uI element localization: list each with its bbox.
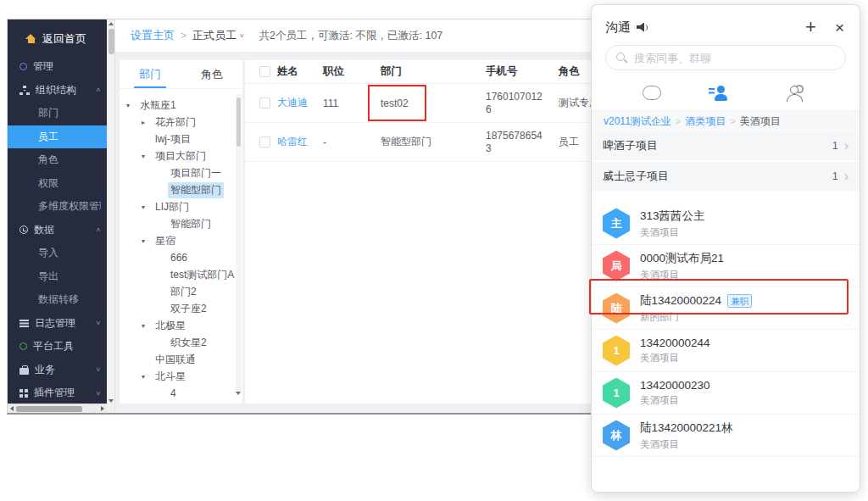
sidebar-item[interactable]: 业务 ∨ (8, 359, 107, 382)
tree-expand-icon[interactable]: ▾ (142, 373, 153, 381)
tree-node-label[interactable]: 部门2 (168, 284, 199, 300)
tree-node[interactable]: ▾ 北斗星 (120, 368, 242, 385)
tree-node[interactable]: 666 (120, 249, 242, 266)
tree-node-label[interactable]: 北极星 (153, 318, 188, 334)
tree-node-label[interactable]: 星宿 (153, 233, 178, 249)
tree-node[interactable]: 双子座2 (120, 300, 242, 317)
sidebar-horizontal-scrollbar[interactable] (8, 404, 107, 413)
contact-row[interactable]: 1 13420000244 美酒项目 (592, 330, 860, 372)
tree-node-label[interactable]: 北斗星 (153, 369, 188, 385)
contact-row[interactable]: 主 313茜茜公主 美酒项目 (592, 203, 860, 245)
contact-row[interactable]: 局 0000测试布局21 美酒项目 (592, 245, 860, 287)
tree-node[interactable]: ▾ 水瓶座1 (120, 97, 242, 114)
panel-breadcrumb-label[interactable]: v2011测试企业 (604, 114, 671, 129)
row-checkbox[interactable] (259, 136, 270, 148)
tree-node-label[interactable]: LIJ部门 (153, 199, 192, 215)
tree-node[interactable]: ▾ 项目大部门 (120, 148, 242, 164)
contact-row[interactable]: 陆 陆13420000224 兼职 新的部门 (592, 287, 860, 330)
sidebar-item[interactable]: 导入 (8, 242, 107, 265)
scrollbar-thumb[interactable] (236, 97, 241, 147)
tab-chats[interactable] (643, 86, 665, 103)
tree-node[interactable]: ▾ LIJ部门 (120, 198, 242, 215)
panel-breadcrumb-item[interactable]: 美酒项目 > (740, 114, 781, 129)
tree-node[interactable]: test测试部门A (120, 266, 242, 283)
tab-groups[interactable] (787, 86, 809, 103)
sidebar-item[interactable]: 返回首页 (8, 23, 107, 55)
tree-node-label[interactable]: lwj-项目 (153, 131, 193, 148)
scrollbar-thumb[interactable] (16, 406, 82, 412)
tree-expand-icon[interactable]: ▾ (142, 237, 153, 245)
scroll-up-arrow-icon[interactable] (108, 22, 114, 25)
search-input[interactable] (634, 52, 835, 64)
add-button[interactable]: + (805, 18, 816, 36)
tree-node-label[interactable]: 智能部门 (168, 216, 214, 232)
tree-expand-icon[interactable]: ▾ (126, 102, 137, 109)
sidebar-item[interactable]: 插件管理 ∨ (8, 381, 107, 404)
contact-row[interactable]: 林 陆13420000221林 美酒项目 (592, 415, 860, 457)
row-checkbox[interactable] (259, 97, 270, 109)
panel-breadcrumb-item[interactable]: 酒类项目 > (685, 114, 739, 129)
search-box[interactable] (605, 45, 846, 70)
sidebar-item[interactable]: 导出 (8, 265, 107, 289)
sidebar-item[interactable]: 管理 (8, 55, 107, 79)
sidebar-item[interactable]: 角色 (8, 148, 107, 172)
tree-node-label[interactable]: 双子座2 (168, 301, 209, 317)
panel-breadcrumb-label[interactable]: 酒类项目 (685, 114, 726, 129)
project-group-row[interactable]: 威士忌子项目 1 › (592, 162, 860, 191)
tab-role[interactable]: 角色 (181, 60, 243, 88)
sidebar-item[interactable]: 权限 (8, 172, 107, 196)
contact-row[interactable]: 1 13420000230 美酒项目 (592, 372, 860, 415)
tree-scrollbar[interactable] (236, 94, 242, 392)
tab-contacts-active[interactable] (715, 86, 737, 103)
tree-node[interactable]: 智能型部门 (120, 181, 242, 198)
project-group-row[interactable]: 啤酒子项目 1 › (592, 131, 860, 160)
tree-node-label[interactable]: test测试部门A (168, 267, 236, 283)
sidebar-vertical-scrollbar[interactable] (107, 19, 115, 413)
tree-node[interactable]: ▾ 星宿 (120, 232, 242, 249)
sidebar-item[interactable]: 数据 ∧ (8, 219, 107, 242)
dropdown-caret-icon[interactable]: ∨ (239, 32, 245, 39)
tree-node-label[interactable]: 666 (168, 251, 190, 264)
sidebar-item[interactable]: 数据转移 (8, 288, 107, 312)
employee-name-link[interactable]: 哈雷红 (270, 135, 314, 149)
scrollbar-thumb[interactable] (108, 29, 114, 54)
tree-expand-icon[interactable]: ▸ (142, 119, 153, 126)
tree-node-label[interactable]: 花卉部门 (153, 114, 198, 131)
sidebar-item[interactable]: 员工 (8, 125, 107, 149)
speaker-icon[interactable] (637, 23, 647, 32)
scroll-left-arrow-icon[interactable] (10, 406, 14, 411)
scroll-down-arrow-icon[interactable] (236, 392, 241, 395)
tab-department[interactable]: 部门 (120, 60, 181, 88)
tree-node[interactable]: 中国联通 (120, 351, 242, 368)
project-group-name[interactable]: 啤酒子项目 (603, 138, 658, 153)
tree-node-label[interactable]: 项目部门一 (168, 165, 224, 181)
tree-node-label[interactable]: 中国联通 (153, 352, 198, 368)
panel-breadcrumb-item[interactable]: v2011测试企业 > (604, 114, 685, 129)
tree-node[interactable]: 项目部门一 (120, 164, 242, 181)
scroll-right-arrow-icon[interactable] (101, 406, 104, 411)
close-button[interactable]: × (835, 19, 844, 36)
tree-node-label[interactable]: 项目大部门 (153, 148, 209, 164)
tree-expand-icon[interactable]: ▾ (142, 322, 153, 330)
tree-node[interactable]: lwj-项目 (120, 131, 242, 148)
tree-node-label[interactable]: 4 (168, 387, 179, 400)
tree-node-label[interactable]: 水瓶座1 (137, 97, 179, 114)
tree-node[interactable]: 织女星2 (120, 334, 242, 351)
sidebar-item[interactable]: 日志管理 ∨ (8, 312, 107, 336)
sidebar-item[interactable]: 平台工具 (8, 335, 107, 359)
select-all-checkbox[interactable] (259, 66, 270, 77)
tree-node[interactable]: 部门2 (120, 283, 242, 300)
tree-expand-icon[interactable]: ▾ (142, 203, 153, 211)
tree-node[interactable]: 4 (120, 385, 242, 402)
project-group-name[interactable]: 威士忌子项目 (603, 169, 669, 184)
breadcrumb-home-link[interactable]: 设置主页 (131, 28, 175, 43)
sidebar-item[interactable]: 部门 (8, 102, 107, 125)
panel-breadcrumb-label[interactable]: 美酒项目 (740, 114, 781, 129)
sidebar-item[interactable]: 多维度权限管理 (8, 195, 107, 219)
tree-node-label[interactable]: 织女星2 (168, 335, 209, 351)
breadcrumb-current[interactable]: 正式员工 (192, 28, 236, 43)
tree-node[interactable]: ▾ 北极星 (120, 317, 242, 334)
sidebar-item[interactable]: 组织结构 ∧ (8, 79, 107, 103)
tree-node[interactable]: 智能部门 (120, 215, 242, 232)
tree-expand-icon[interactable]: ▾ (142, 153, 153, 160)
